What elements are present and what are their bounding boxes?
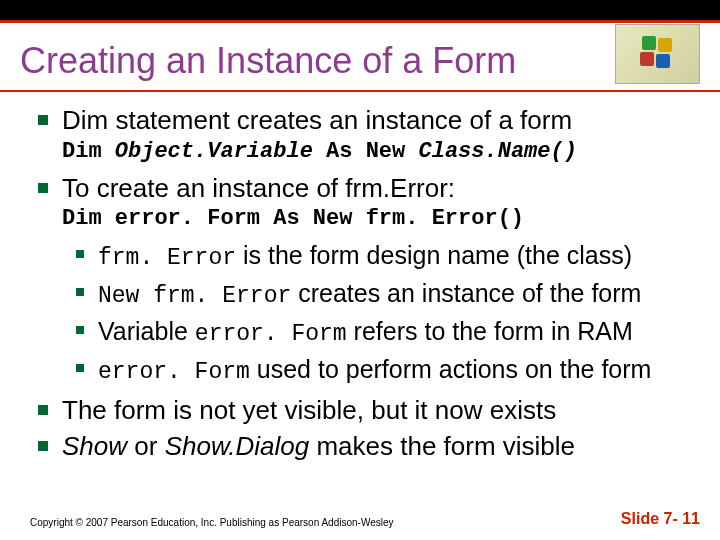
top-bar [0, 0, 720, 23]
bullet-not-visible: The form is not yet visible, but it now … [30, 394, 700, 427]
bullet-show-dialog: Show or Show.Dialog makes the form visib… [30, 430, 700, 463]
bullet-dim-statement: Dim statement creates an instance of a f… [30, 104, 700, 137]
bullet-create-frmerror: To create an instance of frm.Error: [30, 172, 700, 205]
code-dim-errorform: Dim error. Form As New frm. Error() [62, 206, 700, 231]
sub-bullet-perform-actions: error. Form used to perform actions on t… [70, 353, 700, 388]
footer-copyright: Copyright © 2007 Pearson Education, Inc.… [30, 517, 394, 528]
slide: Creating an Instance of a Form Dim state… [0, 0, 720, 540]
title-underline [0, 90, 720, 92]
sub-bullet-design-name: frm. Error is the form design name (the … [70, 239, 700, 274]
footer-slide-number: Slide 7- 11 [621, 510, 700, 528]
book-logo-icon [615, 24, 700, 84]
slide-title: Creating an Instance of a Form [20, 40, 516, 82]
code-dim-template: Dim Object.Variable As New Class.Name() [62, 139, 700, 164]
sub-bullet-variable-ram: Variable error. Form refers to the form … [70, 315, 700, 350]
sub-bullet-new-instance: New frm. Error creates an instance of th… [70, 277, 700, 312]
content-area: Dim statement creates an instance of a f… [30, 100, 700, 465]
